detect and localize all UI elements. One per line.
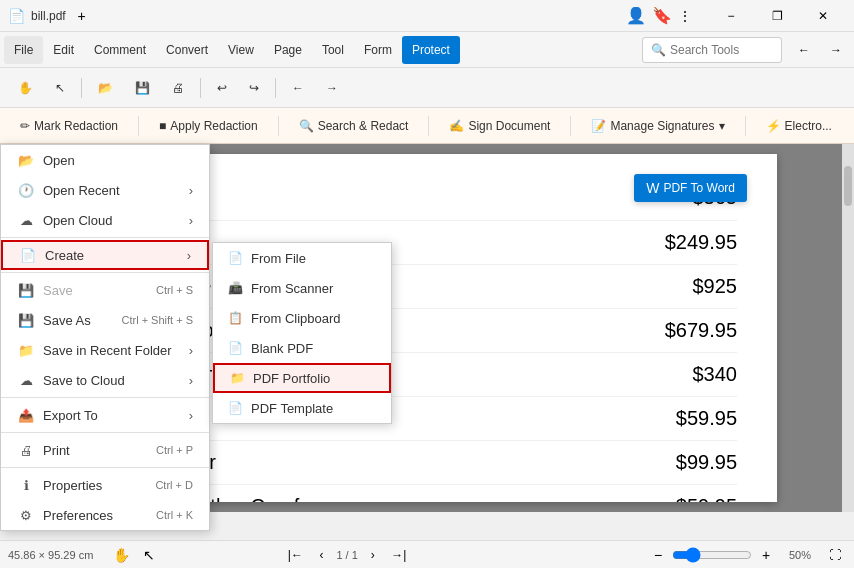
from-clipboard-icon: 📋 [225, 311, 245, 325]
bookmark-icon: 🔖 [652, 6, 672, 25]
search-input[interactable] [670, 43, 773, 57]
first-page-btn[interactable]: |← [284, 544, 306, 566]
tool-print[interactable]: 🖨 [162, 72, 194, 104]
recent-icon: 🕐 [17, 181, 35, 199]
nav-fwd-btn[interactable]: → [822, 34, 850, 66]
electronic-btn[interactable]: ⚡ Electro... [754, 112, 844, 140]
next-page-btn[interactable]: › [362, 544, 384, 566]
zoom-slider[interactable] [672, 547, 752, 563]
apply-redaction-btn[interactable]: ■ Apply Redaction [147, 112, 270, 140]
zoom-in-btn[interactable]: + [756, 545, 776, 565]
status-tools: ✋ ↖ [109, 543, 161, 567]
tool-open[interactable]: 📂 [88, 72, 123, 104]
tool-redo[interactable]: ↪ [239, 72, 269, 104]
export-arrow: › [189, 408, 193, 423]
menu-item-save-recent[interactable]: 📁 Save in Recent Folder › [1, 335, 209, 365]
item-price-7: $59.95 [676, 495, 737, 502]
page-navigation: |← ‹ 1 / 1 › →| [284, 544, 409, 566]
search-redact-btn[interactable]: 🔍 Search & Redact [287, 112, 421, 140]
menu-item-print[interactable]: 🖨 Print Ctrl + P [1, 435, 209, 465]
submenu-from-file[interactable]: 📄 From File [213, 243, 391, 273]
hand-tool-btn[interactable]: ✋ [109, 543, 133, 567]
submenu-blank-pdf[interactable]: 📄 Blank PDF [213, 333, 391, 363]
tool-forward[interactable]: → [316, 72, 348, 104]
menu-form[interactable]: Form [354, 36, 402, 64]
item-price-2: $925 [693, 275, 738, 298]
open-icon: 📂 [17, 151, 35, 169]
tool-save[interactable]: 💾 [125, 72, 160, 104]
save-recent-arrow: › [189, 343, 193, 358]
pdf-row-3: ...air, Upholstered $679.95 [117, 309, 737, 353]
minimize-button[interactable]: − [708, 0, 754, 32]
menu-convert[interactable]: Convert [156, 36, 218, 64]
menu-edit[interactable]: Edit [43, 36, 84, 64]
create-icon: 📄 [19, 246, 37, 264]
menu-item-export[interactable]: 📤 Export To › [1, 400, 209, 430]
save-as-icon: 💾 [17, 311, 35, 329]
ribbon-divider-3 [275, 78, 276, 98]
menu-divider-3 [1, 397, 209, 398]
submenu-from-scanner[interactable]: 📠 From Scanner [213, 273, 391, 303]
status-bar: 45.86 × 95.29 cm ✋ ↖ |← ‹ 1 / 1 › →| − +… [0, 540, 854, 568]
menu-item-open[interactable]: 📂 Open [1, 145, 209, 175]
submenu-from-clipboard[interactable]: 📋 From Clipboard [213, 303, 391, 333]
menu-page[interactable]: Page [264, 36, 312, 64]
menu-tool[interactable]: Tool [312, 36, 354, 64]
search-tools[interactable]: 🔍 [642, 37, 782, 63]
pdf-row-5: Wire Base $59.95 [117, 397, 737, 441]
select-tool-btn[interactable]: ↖ [137, 543, 161, 567]
last-page-btn[interactable]: →| [388, 544, 410, 566]
pdf-to-word-button[interactable]: W PDF To Word [634, 174, 747, 202]
pdf-portfolio-icon: 📁 [227, 371, 247, 385]
menu-item-save-as[interactable]: 💾 Save As Ctrl + Shift + S [1, 305, 209, 335]
menu-item-create[interactable]: 📄 Create › 📄 From File 📠 From Scanner 📋 … [1, 240, 209, 270]
tool-undo[interactable]: ↩ [207, 72, 237, 104]
more-icon: ⋮ [678, 8, 692, 24]
save-cloud-arrow: › [189, 373, 193, 388]
properties-icon: ℹ [17, 476, 35, 494]
nav-back-btn[interactable]: ← [790, 34, 818, 66]
menu-item-save[interactable]: 💾 Save Ctrl + S [1, 275, 209, 305]
word-icon: W [646, 180, 659, 196]
restore-button[interactable]: ❐ [754, 0, 800, 32]
menu-comment[interactable]: Comment [84, 36, 156, 64]
close-button[interactable]: ✕ [800, 0, 846, 32]
blank-pdf-icon: 📄 [225, 341, 245, 355]
prev-page-btn[interactable]: ‹ [310, 544, 332, 566]
scroll-thumb[interactable] [844, 166, 852, 206]
menu-item-properties[interactable]: ℹ Properties Ctrl + D [1, 470, 209, 500]
electronic-icon: ⚡ [766, 119, 781, 133]
pdf-row-4: Spence Chair $340 [117, 353, 737, 397]
mark-redaction-btn[interactable]: ✏ Mark Redaction [8, 112, 130, 140]
submenu-pdf-template[interactable]: 📄 PDF Template [213, 393, 391, 423]
create-submenu: 📄 From File 📠 From Scanner 📋 From Clipbo… [212, 242, 392, 424]
menu-view[interactable]: View [218, 36, 264, 64]
print-shortcut: Ctrl + P [156, 444, 193, 456]
menu-item-save-cloud[interactable]: ☁ Save to Cloud › [1, 365, 209, 395]
tool-back[interactable]: ← [282, 72, 314, 104]
print-icon: 🖨 [17, 441, 35, 459]
menu-protect[interactable]: Protect [402, 36, 460, 64]
menu-item-open-cloud[interactable]: ☁ Open Cloud › [1, 205, 209, 235]
item-price-6: $99.95 [676, 451, 737, 474]
status-coords: 45.86 × 95.29 cm [8, 549, 93, 561]
scroll-bar[interactable] [842, 144, 854, 512]
tool-select[interactable]: ↖ [45, 72, 75, 104]
item-price-1: $249.95 [665, 231, 737, 254]
user-icon: 👤 [626, 6, 646, 25]
ribbon-divider-2 [200, 78, 201, 98]
open-cloud-arrow: › [189, 213, 193, 228]
tool-hand[interactable]: ✋ [8, 72, 43, 104]
item-price-3: $679.95 [665, 319, 737, 342]
zoom-out-btn[interactable]: − [648, 545, 668, 565]
menu-item-preferences[interactable]: ⚙ Preferences Ctrl + K [1, 500, 209, 530]
add-tab-button[interactable]: + [66, 0, 98, 32]
manage-signatures-btn[interactable]: 📝 Manage Signatures ▾ [579, 112, 736, 140]
save-icon: 💾 [17, 281, 35, 299]
menu-file[interactable]: File [4, 36, 43, 64]
menu-item-open-recent[interactable]: 🕐 Open Recent › [1, 175, 209, 205]
save-cloud-icon: ☁ [17, 371, 35, 389]
fullscreen-btn[interactable]: ⛶ [824, 544, 846, 566]
submenu-pdf-portfolio[interactable]: 📁 PDF Portfolio [213, 363, 391, 393]
sign-document-btn[interactable]: ✍ Sign Document [437, 112, 562, 140]
